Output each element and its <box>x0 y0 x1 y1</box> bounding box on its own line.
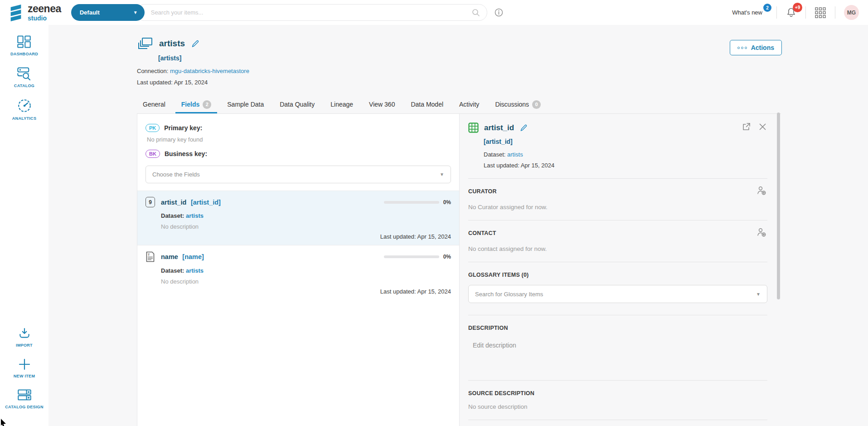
sidebar-item-label: CATALOG DESIGN <box>5 405 43 409</box>
primary-key-empty-text: No primary key found <box>147 136 451 143</box>
add-contact-icon[interactable] <box>756 228 766 237</box>
field-detail-panel: artist_id <box>468 114 767 426</box>
text-type-icon: T <box>145 251 155 262</box>
tab-sample-data[interactable]: Sample Data <box>221 97 270 113</box>
import-icon <box>18 327 31 340</box>
description-editor[interactable]: Edit description <box>473 342 767 349</box>
topbar: zeenea studio Default ▼ What's new 2 <box>0 0 868 25</box>
tab-lineage[interactable]: Lineage <box>325 97 359 113</box>
search-icon[interactable] <box>471 8 480 17</box>
page-code: [artists] <box>158 54 249 62</box>
close-icon[interactable] <box>759 123 766 131</box>
chevron-down-icon: ▼ <box>133 10 138 15</box>
detail-panel-actions <box>742 122 766 131</box>
tab-activity[interactable]: Activity <box>453 97 485 113</box>
actions-button[interactable]: Actions <box>730 40 782 55</box>
sidebar-item-import[interactable]: IMPORT <box>16 327 33 348</box>
business-key-select[interactable]: Choose the Fields ▼ <box>145 166 451 183</box>
business-key-select-placeholder: Choose the Fields <box>152 171 200 178</box>
tab-discussions-badge: 0 <box>532 100 541 109</box>
field-last-updated: Last updated: Apr 15, 2024 <box>145 288 451 295</box>
dataset-icon <box>137 37 153 50</box>
field-last-updated: Last updated: Apr 15, 2024 <box>145 233 451 240</box>
source-description-heading: SOURCE DESCRIPTION <box>468 390 767 397</box>
privacy-section: PRIVACY <box>468 420 767 426</box>
page-title: artists <box>159 39 185 49</box>
business-key-badge: BK <box>145 150 160 158</box>
detail-last-updated: Last updated: Apr 15, 2024 <box>484 162 767 169</box>
page-header: artists [artists] Connection: mgu-databr… <box>137 37 249 86</box>
tab-discussions[interactable]: Discussions 0 <box>489 97 547 113</box>
field-row-artist-id[interactable]: 9 artist_id [artist_id] 0% Dataset: arti… <box>137 191 459 245</box>
business-key-label: Business key: <box>165 150 207 157</box>
tab-fields-badge: 2 <box>203 100 211 109</box>
glossary-section: GLOSSARY ITEMS (0) Search for Glossary I… <box>468 262 767 315</box>
apps-grid-button[interactable] <box>815 7 826 19</box>
detail-panel-scrollbar[interactable] <box>777 113 780 299</box>
field-table-icon <box>468 122 479 133</box>
apps-grid-icon <box>815 7 826 19</box>
field-name: artist_id <box>161 199 186 206</box>
sidebar-item-catalog-design[interactable]: CATALOG DESIGN <box>5 389 43 409</box>
completion-progress: 0% <box>384 199 451 206</box>
zeenea-logo[interactable]: zeenea studio <box>0 4 71 21</box>
actions-button-label: Actions <box>751 44 774 51</box>
field-name: name <box>161 253 178 260</box>
chevron-down-icon: ▼ <box>440 172 444 177</box>
description-heading: DESCRIPTION <box>468 325 767 331</box>
catalog-icon <box>17 67 31 80</box>
divider <box>805 6 806 19</box>
sidebar-item-catalog[interactable]: CATALOG <box>14 67 34 88</box>
tab-fields[interactable]: Fields 2 <box>175 97 217 113</box>
dataset-link[interactable]: artists <box>186 212 204 219</box>
primary-key-badge: PK <box>145 124 160 132</box>
dataset-link[interactable]: artists <box>186 267 204 274</box>
whats-new-label: What's new <box>732 9 762 16</box>
divider <box>776 6 777 19</box>
tab-view-360[interactable]: View 360 <box>363 97 401 113</box>
field-row-name[interactable]: T name [name] 0% Dataset: artists <box>137 245 459 300</box>
edit-title-pencil-icon[interactable] <box>191 39 199 48</box>
add-curator-icon[interactable] <box>756 186 766 195</box>
description-section: DESCRIPTION Edit description <box>468 315 767 381</box>
sidebar-item-analytics[interactable]: ANALYTICS <box>12 98 36 121</box>
keys-section: PK Primary key: No primary key found BK … <box>137 114 459 191</box>
tab-data-quality[interactable]: Data Quality <box>274 97 320 113</box>
sidebar-item-dashboard[interactable]: DASHBOARD <box>10 35 38 56</box>
description-empty-area <box>468 349 767 371</box>
field-description: No description <box>161 223 451 230</box>
whats-new-badge: 2 <box>763 4 771 12</box>
workspace-selector[interactable]: Default ▼ <box>71 4 145 21</box>
workspace-selector-label: Default <box>80 9 100 16</box>
tab-bar: General Fields 2 Sample Data Data Qualit… <box>137 97 781 114</box>
search-input[interactable] <box>151 9 471 16</box>
dataset-link[interactable]: artists <box>507 151 523 158</box>
progress-percent: 0% <box>443 254 451 260</box>
tab-data-model[interactable]: Data Model <box>405 97 449 113</box>
connection-link[interactable]: mgu-databricks-hivemetastore <box>170 68 249 74</box>
catalog-design-icon <box>17 389 32 402</box>
edit-field-pencil-icon[interactable] <box>519 124 528 132</box>
sidebar-item-new-item[interactable]: NEW ITEM <box>14 358 35 378</box>
open-in-new-icon[interactable] <box>742 122 751 131</box>
topbar-right: What's new 2 +9 MG <box>732 5 868 20</box>
svg-text:T: T <box>148 253 150 256</box>
progress-track <box>384 255 439 258</box>
glossary-search-select[interactable]: Search for Glossary Items ▼ <box>468 285 767 303</box>
field-code: [artist_id] <box>191 199 221 206</box>
curator-empty-text: No Curator assigned for now. <box>468 204 767 211</box>
dataset-label: Dataset: <box>161 212 184 219</box>
curator-section: CURATOR No Curator assigned for now. <box>468 179 767 220</box>
whats-new-link[interactable]: What's new 2 <box>732 9 768 16</box>
number-type-icon: 9 <box>145 197 155 207</box>
sidebar-item-label: CATALOG <box>14 83 34 88</box>
mouse-cursor <box>0 419 7 426</box>
sidebar-item-label: DASHBOARD <box>10 52 38 56</box>
tab-general[interactable]: General <box>137 97 171 113</box>
new-item-icon <box>18 358 31 371</box>
avatar[interactable]: MG <box>844 5 859 20</box>
progress-track <box>384 201 439 204</box>
logo-primary: zeenea <box>28 4 61 14</box>
notifications-button[interactable]: +9 <box>786 7 797 19</box>
info-icon[interactable] <box>495 8 503 17</box>
